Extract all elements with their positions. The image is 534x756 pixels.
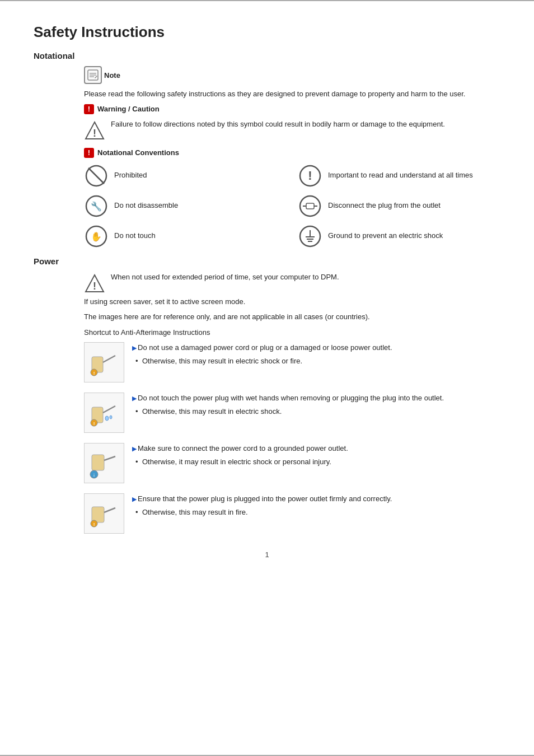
warning-triangle-icon: !: [84, 120, 105, 141]
power-warning-text4: Shortcut to Anti-Afterimage Instructions: [84, 327, 500, 338]
note-svg-icon: [87, 69, 99, 81]
power-main-2: ▶Do not touch the power plug with wet ha…: [132, 393, 500, 404]
important-icon: !: [298, 164, 322, 188]
disconnect-icon: [298, 194, 322, 218]
warning-body-text: Failure to follow directions noted by th…: [111, 119, 445, 130]
convention-important: ! Important to read and understand at al…: [298, 164, 500, 188]
power-item-3: ↓ ▶Make sure to connect the power cord t…: [84, 443, 500, 483]
power-item-4: ! ▶Ensure that the power plug is plugged…: [84, 493, 500, 534]
svg-text:✋: ✋: [91, 231, 102, 242]
power-warning-texts: When not used for extended period of tim…: [111, 272, 500, 283]
power-main-3: ▶Make sure to connect the power cord to …: [132, 443, 500, 454]
power-warning-triangle: !: [84, 273, 105, 294]
convention-disconnect-text: Disconnect the plug from the outlet: [328, 200, 441, 211]
svg-point-31: [105, 416, 109, 421]
svg-text:🔧: 🔧: [91, 201, 102, 212]
note-icon: [84, 66, 102, 84]
note-icon-row: Note: [84, 66, 500, 84]
power-main-1: ▶Do not use a damaged power cord or plug…: [132, 342, 500, 353]
svg-text:!: !: [93, 281, 96, 292]
prohibited-icon: [84, 164, 109, 188]
convention-disassemble: 🔧 Do not disassemble: [84, 194, 287, 218]
conventions-grid: Prohibited ! Important to read and under…: [84, 164, 500, 249]
power-image-1: !: [84, 342, 124, 382]
power-bullet-1: Otherwise, this may result in electric s…: [132, 356, 500, 367]
note-body-text: Please read the following safety instruc…: [84, 88, 500, 100]
power-warning-text2: If using screen saver, set it to active …: [84, 296, 500, 307]
disassemble-icon: 🔧: [84, 194, 109, 218]
power-text-4: ▶Ensure that the power plug is plugged i…: [132, 493, 500, 517]
conventions-heading-row: ! Notational Conventions: [84, 148, 500, 158]
power-image-3: ↓: [84, 443, 124, 483]
blue-arrow-4: ▶: [132, 496, 137, 502]
power-item-2: ! ▶Do not touch the power plug with wet …: [84, 393, 500, 433]
blue-arrow-3: ▶: [132, 445, 137, 452]
svg-text:!: !: [93, 421, 95, 426]
svg-rect-35: [92, 455, 104, 470]
ground-icon: [298, 224, 322, 249]
power-warning-block: ! When not used for extended period of t…: [84, 272, 500, 294]
conventions-exclaim-icon: !: [84, 148, 94, 158]
svg-line-36: [104, 456, 115, 460]
convention-disassemble-text: Do not disassemble: [114, 200, 178, 211]
power-image-4: !: [84, 493, 124, 534]
page-number: 1: [34, 550, 500, 559]
convention-ground: Ground to prevent an electric shock: [298, 224, 500, 249]
power-warning-text3: The images here are for reference only, …: [84, 311, 500, 323]
svg-text:!: !: [93, 522, 95, 527]
svg-line-30: [103, 406, 115, 413]
page: Safety Instructions Notational Note Plea…: [0, 0, 534, 756]
warning-caution-row: ! Warning / Caution: [84, 104, 500, 114]
do-not-touch-icon: ✋: [84, 224, 109, 249]
blue-arrow-2: ▶: [132, 395, 137, 402]
svg-point-32: [110, 416, 112, 419]
warning-icon-row: ! Failure to follow directions noted by …: [84, 119, 500, 141]
svg-line-40: [104, 508, 115, 512]
power-warning-text1: When not used for extended period of tim…: [111, 272, 500, 283]
convention-ground-text: Ground to prevent an electric shock: [328, 231, 443, 241]
convention-disconnect: Disconnect the plug from the outlet: [298, 194, 500, 218]
svg-line-26: [103, 356, 115, 362]
page-title: Safety Instructions: [34, 24, 500, 41]
svg-text:!: !: [93, 128, 96, 139]
convention-touch-text: Do not touch: [114, 231, 156, 241]
svg-text:↓: ↓: [93, 472, 96, 478]
power-bullet-3: Otherwise, it may result in electric sho…: [132, 456, 500, 468]
power-image-2: !: [84, 393, 124, 433]
warning-caution-label: Warning / Caution: [97, 105, 160, 113]
section-power-heading: Power: [34, 256, 500, 266]
convention-important-text: Important to read and understand at all …: [328, 170, 473, 180]
power-bullet-2: Otherwise, this may result in electric s…: [132, 406, 500, 417]
convention-prohibited-text: Prohibited: [114, 170, 147, 180]
power-bullet-4: Otherwise, this may result in fire.: [132, 507, 500, 518]
note-label: Note: [104, 71, 120, 80]
power-text-1: ▶Do not use a damaged power cord or plug…: [132, 342, 500, 366]
power-text-2: ▶Do not touch the power plug with wet ha…: [132, 393, 500, 417]
svg-text:!: !: [308, 169, 312, 183]
warning-exclaim-icon: !: [84, 104, 94, 114]
conventions-heading: Notational Conventions: [97, 148, 179, 157]
svg-text:!: !: [93, 371, 95, 376]
section-notational-heading: Notational: [34, 51, 500, 60]
convention-touch: ✋ Do not touch: [84, 224, 287, 249]
power-text-3: ▶Make sure to connect the power cord to …: [132, 443, 500, 467]
power-item-1: ! ▶Do not use a damaged power cord or pl…: [84, 342, 500, 382]
power-main-4: ▶Ensure that the power plug is plugged i…: [132, 493, 500, 505]
blue-arrow-1: ▶: [132, 344, 137, 351]
convention-prohibited: Prohibited: [84, 164, 287, 188]
